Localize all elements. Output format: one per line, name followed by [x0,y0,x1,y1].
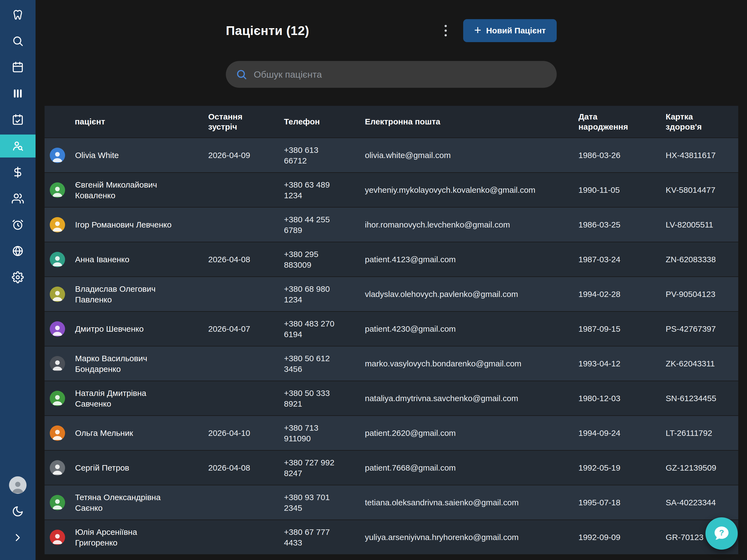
table-row[interactable]: Юлія Арсеніївна Григоренко+380 67 777 44… [45,520,738,555]
email-cell: olivia.white@gmail.com [365,150,578,160]
table-row[interactable]: Ігор Романович Левченко+380 44 255 6789i… [45,207,738,242]
sidebar-expand-button[interactable] [9,529,27,546]
table-row[interactable]: Марко Васильович Бондаренко+380 50 612 3… [45,347,738,381]
patient-avatar [50,391,65,406]
patient-avatar [50,148,65,163]
health-card-cell: PV-90504123 [666,289,738,299]
patient-cell: Сергій Петров [45,460,208,476]
email-cell: yevheniy.mykolayovych.kovalenko@gmail.co… [365,184,578,195]
patient-avatar [50,495,65,510]
gear-icon [12,271,24,283]
table-body: Olivia White2026-04-09+380 613 66712oliv… [45,138,738,555]
phone-cell: +380 483 270 6194 [284,318,346,339]
column-header-phone[interactable]: Телефон [284,117,365,127]
sidebar-item-patients[interactable] [0,134,35,157]
header-actions: + Новий Пацієнт [441,19,557,42]
table-row[interactable]: Владислав Олегович Павленко+380 68 980 1… [45,277,738,312]
sidebar-footer [9,476,27,560]
health-card-cell: LV-82005511 [666,219,738,230]
birth-date-cell: 1994-02-28 [578,289,666,299]
sidebar-item-billing[interactable] [0,161,35,184]
app-logo[interactable] [0,3,35,26]
patient-cell: Марко Васильович Бондаренко [45,353,208,374]
alarm-clock-icon [12,219,24,231]
svg-text:?: ? [719,528,724,537]
patient-search-icon [12,140,24,152]
patient-cell: Olivia White [45,148,208,163]
moon-icon [12,505,24,517]
person-avatar-icon [51,150,64,163]
help-button[interactable]: ? [705,517,738,550]
birth-date-cell: 1986-03-26 [578,150,666,160]
person-avatar-icon [51,220,64,232]
phone-cell: +380 295 883009 [284,249,346,270]
sidebar [0,0,35,560]
calendar-check-icon [12,114,24,126]
sidebar-item-calendar[interactable] [0,56,35,79]
sidebar-item-appointments[interactable] [0,108,35,131]
page-title: Пацієнти (12) [226,23,309,38]
birth-date-cell: 1992-09-09 [578,532,666,542]
sidebar-item-reminders[interactable] [0,213,35,236]
sidebar-item-search[interactable] [0,29,35,52]
birth-date-cell: 1990-11-05 [578,184,666,195]
person-avatar-icon [51,532,64,545]
table-row[interactable]: Тетяна Олександрівна Саєнко+380 93 701 2… [45,485,738,520]
email-cell: marko.vasylovych.bondarenko@gmail.com [365,358,578,369]
email-cell: patient.4230@gmail.com [365,324,578,334]
column-header-birth-date[interactable]: Дата народження [578,111,666,132]
sidebar-item-staff[interactable] [0,187,35,210]
search-input[interactable] [254,69,547,80]
help-chat-icon: ? [712,524,731,543]
table-row[interactable]: Анна Іваненко2026-04-08+380 295 883009pa… [45,242,738,277]
birth-date-cell: 1992-05-19 [578,462,666,473]
health-card-cell: PS-42767397 [666,324,738,334]
column-header-email[interactable]: Електронна пошта [365,117,578,127]
health-card-cell: LT-26111792 [666,428,738,438]
person-avatar-icon [51,393,64,406]
patient-name: Владислав Олегович Павленко [75,284,176,305]
patient-cell: Євгеній Миколайович Коваленко [45,179,208,201]
new-patient-button[interactable]: + Новий Пацієнт [463,19,557,42]
table-row[interactable]: Євгеній Миколайович Коваленко+380 63 489… [45,173,738,207]
dark-mode-toggle[interactable] [9,503,27,520]
chevron-right-icon [12,532,24,543]
patient-cell: Наталія Дмитрівна Савченко [45,388,208,409]
sidebar-item-board[interactable] [0,82,35,105]
phone-cell: +380 713 911090 [284,423,346,444]
more-options-button[interactable] [441,22,450,40]
patient-avatar [50,286,65,302]
birth-date-cell: 1987-09-15 [578,324,666,334]
patient-cell: Юлія Арсеніївна Григоренко [45,527,208,548]
email-cell: vladyslav.olehovych.pavlenko@gmail.com [365,289,578,299]
birth-date-cell: 1980-12-03 [578,393,666,404]
phone-cell: +380 50 612 3456 [284,353,346,374]
patient-avatar [50,252,65,267]
sidebar-item-web[interactable] [0,239,35,262]
person-avatar-icon [51,428,64,440]
column-header-patient[interactable]: пацієнт [45,117,208,127]
patient-avatar [50,356,65,371]
patient-name: Наталія Дмитрівна Савченко [75,388,176,409]
table-row[interactable]: Olivia White2026-04-09+380 613 66712oliv… [45,138,738,173]
health-card-cell: ZN-62083338 [666,254,738,265]
patient-name: Марко Васильович Бондаренко [75,353,176,374]
patient-name: Сергій Петров [75,462,129,473]
table-row[interactable]: Ольга Мельник2026-04-10+380 713 911090pa… [45,416,738,451]
table-row[interactable]: Наталія Дмитрівна Савченко+380 50 333 89… [45,381,738,416]
patient-name: Євгеній Миколайович Коваленко [75,179,176,201]
table-row[interactable]: Дмитро Шевченко2026-04-07+380 483 270 61… [45,312,738,347]
column-header-health-card[interactable]: Картка здоров'я [666,111,738,132]
user-avatar[interactable] [9,476,27,494]
person-avatar-icon [51,498,64,510]
birth-date-cell: 1993-04-12 [578,358,666,369]
phone-cell: +380 67 777 4433 [284,527,346,548]
columns-icon [12,87,24,100]
patient-avatar [50,217,65,232]
patient-name: Ольга Мельник [75,428,133,438]
email-cell: patient.7668@gmail.com [365,462,578,473]
sidebar-item-settings[interactable] [0,266,35,289]
table-row[interactable]: Сергій Петров2026-04-08+380 727 992 8247… [45,451,738,485]
person-avatar-icon [51,185,64,198]
column-header-last-visit[interactable]: Остання зустріч [208,111,284,132]
